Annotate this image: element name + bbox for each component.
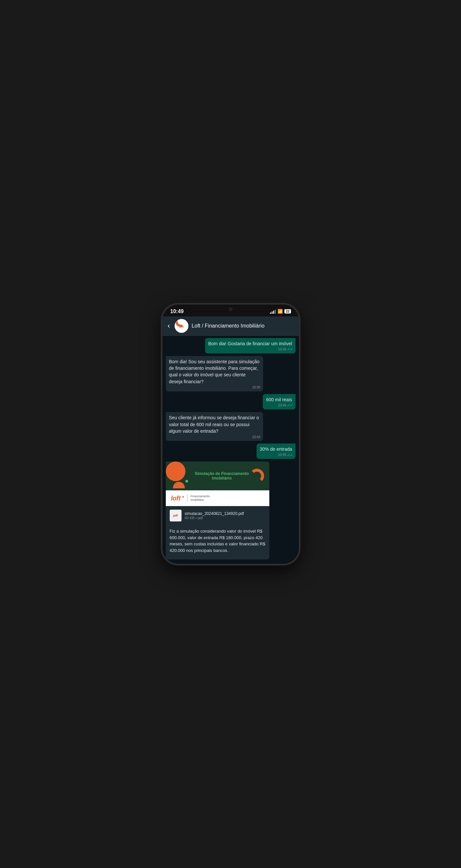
card-body: Fiz a simulação considerando valor do im…	[166, 525, 270, 559]
message-text: Seu cliente já informou se deseja financ…	[169, 415, 259, 434]
message-row: 600 mil reais 10:48 ✓✓	[166, 394, 296, 409]
message-time: 10:30 ✓✓	[278, 347, 293, 352]
svg-text:loft: loft	[179, 325, 184, 328]
chat-header: ‹ loft Loft / Financiamento Imobiliário	[162, 316, 299, 336]
pdf-filename: simulacao_20240821_134920.pdf	[185, 511, 244, 516]
message-time: 10:30	[252, 385, 260, 390]
message-text: Bom dia! Sou seu assistente para simulaç…	[169, 359, 259, 384]
pdf-meta: 60 KB • pdf	[185, 516, 244, 520]
message-text: 600 mil reais	[266, 397, 292, 402]
card-logo-section: loft FinanciamentoImobiliário	[166, 490, 270, 506]
back-button[interactable]: ‹	[166, 321, 172, 331]
chat-area[interactable]: Hoje Esta empresa usa um serviço seguro …	[162, 336, 299, 564]
message-row: Bom dia! Sou seu assistente para simulaç…	[166, 356, 296, 392]
status-time: 10:49	[171, 309, 184, 314]
card-banner: Simulação de Financiamento Imobiliário	[166, 462, 270, 490]
card-body-text: Fiz a simulação considerando valor do im…	[170, 529, 266, 553]
chat-title: Loft / Financiamento Imobiliário	[192, 323, 295, 329]
read-check-icon: ✓✓	[287, 453, 293, 458]
green-dot	[185, 480, 188, 483]
loft-dot	[183, 496, 184, 498]
logo-divider	[187, 494, 187, 502]
message-bubble-received: Seu cliente já informou se deseja financ…	[166, 412, 263, 441]
message-row: Bom dia! Gostaria de financiar um imóvel…	[166, 338, 296, 353]
message-text: Bom dia! Gostaria de financiar um imóvel	[208, 341, 292, 346]
card-banner-text: Simulação de Financiamento Imobiliário	[194, 471, 250, 480]
wifi-icon: 📶	[278, 309, 283, 314]
pdf-attachment[interactable]: pdf simulacao_20240821_134920.pdf 60 KB …	[166, 506, 270, 525]
battery-icon: 22	[284, 309, 290, 313]
message-time: 10:49	[252, 435, 260, 440]
pdf-icon: pdf	[170, 510, 182, 522]
card-message: Simulação de Financiamento Imobiliário l…	[166, 462, 270, 559]
status-icons: 📶 22	[270, 309, 290, 314]
message-row: Seu cliente já informou se deseja financ…	[166, 412, 296, 441]
message-row: 30% de entrada 10:49 ✓✓	[166, 443, 296, 459]
message-bubble-received: Bom dia! Sou seu assistente para simulaç…	[166, 356, 263, 392]
avatar: loft	[175, 319, 188, 333]
message-bubble-sent: 30% de entrada 10:49 ✓✓	[256, 443, 296, 459]
signal-icon	[270, 309, 276, 314]
message-bubble-sent: Bom dia! Gostaria de financiar um imóvel…	[205, 338, 296, 353]
message-bubble-sent: 600 mil reais 10:48 ✓✓	[263, 394, 295, 409]
loft-logo: loft FinanciamentoImobiliário	[171, 494, 210, 502]
phone-screen: 10:49 📶 22 ‹	[162, 305, 299, 564]
phone-frame: 10:49 📶 22 ‹	[162, 304, 300, 564]
financiamento-label: FinanciamentoImobiliário	[191, 495, 210, 502]
message-time: 10:49 ✓✓	[278, 453, 293, 458]
loft-logo-text: loft	[171, 495, 181, 502]
message-time: 10:48 ✓✓	[278, 403, 293, 408]
message-text: 30% de entrada	[260, 446, 292, 452]
camera-notch	[229, 307, 233, 311]
read-check-icon: ✓✓	[287, 403, 293, 408]
read-check-icon: ✓✓	[287, 347, 293, 352]
pdf-info: simulacao_20240821_134920.pdf 60 KB • pd…	[185, 511, 244, 520]
message-row: Simulação de Financiamento Imobiliário l…	[166, 462, 296, 559]
